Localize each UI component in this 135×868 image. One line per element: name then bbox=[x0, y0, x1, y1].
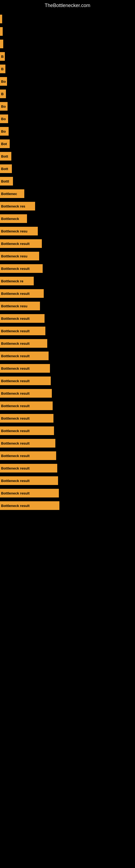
bar-row: B bbox=[0, 89, 135, 99]
bar-row: Bot bbox=[0, 138, 135, 149]
result-bar: Bottleneck result bbox=[0, 452, 56, 460]
bar-row: Bottleneck result bbox=[0, 376, 135, 386]
bar-row bbox=[0, 39, 135, 49]
bar-row: Bottleneck result bbox=[0, 363, 135, 373]
bar-row: Bo bbox=[0, 101, 135, 112]
result-bar: Bottleneck result bbox=[0, 401, 53, 410]
bar-row: Bott bbox=[0, 163, 135, 174]
result-bar: Bo bbox=[0, 77, 7, 86]
result-bar: Bottleneck result bbox=[0, 364, 50, 373]
result-bar: Bo bbox=[0, 127, 9, 135]
bar-row: Bottleneck result bbox=[0, 388, 135, 399]
result-bar bbox=[0, 27, 3, 36]
result-bar: Bo bbox=[0, 102, 8, 111]
bar-row: Bottleneck resu bbox=[0, 251, 135, 261]
result-bar: Bottleneck result bbox=[0, 239, 42, 248]
bar-row: Bottleneck result bbox=[0, 326, 135, 336]
bar-row: B bbox=[0, 64, 135, 74]
result-bar: Bottleneck result bbox=[0, 339, 47, 348]
bar-row: Bottlenec bbox=[0, 188, 135, 199]
result-bar bbox=[0, 40, 3, 48]
result-bar: Bottleneck resu bbox=[0, 227, 38, 236]
result-bar: Bottleneck result bbox=[0, 426, 54, 435]
bar-row: Bottleneck res bbox=[0, 201, 135, 211]
bar-row: Bottleneck result bbox=[0, 438, 135, 448]
result-bar: Bottleneck result bbox=[0, 314, 45, 323]
result-bar: B bbox=[0, 90, 6, 98]
result-bar: Bottleneck result bbox=[0, 327, 45, 335]
result-bar: Bottleneck res bbox=[0, 202, 35, 211]
result-bar: Bottleneck result bbox=[0, 389, 52, 398]
bar-row: Bottleneck result bbox=[0, 500, 135, 511]
bar-row: Bottleneck re bbox=[0, 276, 135, 286]
bar-row: Bottleneck result bbox=[0, 264, 135, 274]
bar-row: Bo bbox=[0, 114, 135, 124]
result-bar: Bottleneck result bbox=[0, 439, 55, 447]
result-bar: B bbox=[0, 65, 5, 73]
bar-row: Bottleneck result bbox=[0, 351, 135, 361]
bar-row: Bottleneck result bbox=[0, 463, 135, 473]
bar-row: Bottleneck result bbox=[0, 288, 135, 299]
result-bar: Bottleneck result bbox=[0, 351, 49, 360]
result-bar: Bottleneck resu bbox=[0, 302, 40, 310]
result-bar: Bottleneck result bbox=[0, 414, 53, 423]
bar-row: B bbox=[0, 51, 135, 62]
bar-row: Bottleneck result bbox=[0, 451, 135, 461]
bar-row bbox=[0, 14, 135, 24]
result-bar: Bottl bbox=[0, 177, 13, 186]
result-bar: B bbox=[0, 52, 5, 61]
result-bar: Bottleneck result bbox=[0, 464, 57, 472]
result-bar: Bott bbox=[0, 152, 11, 161]
result-bar: Bottleneck re bbox=[0, 277, 34, 285]
bar-row: Bottleneck bbox=[0, 214, 135, 224]
result-bar: Bottleneck bbox=[0, 214, 27, 223]
bar-row: Bott bbox=[0, 151, 135, 161]
result-bar: Bottleneck result bbox=[0, 489, 59, 497]
result-bar: Bot bbox=[0, 140, 10, 148]
result-bar: Bottleneck result bbox=[0, 376, 51, 385]
bar-row: Bottleneck resu bbox=[0, 301, 135, 311]
result-bar: Bo bbox=[0, 115, 8, 123]
bar-row: Bo bbox=[0, 126, 135, 136]
result-bar: Bottleneck result bbox=[0, 501, 59, 510]
bar-row: Bottleneck result bbox=[0, 488, 135, 498]
bar-row: Bottleneck result bbox=[0, 475, 135, 486]
bar-row: Bottleneck resu bbox=[0, 226, 135, 236]
result-bar: Bott bbox=[0, 164, 12, 173]
result-bar: Bottleneck result bbox=[0, 289, 44, 298]
bar-row: Bottleneck result bbox=[0, 338, 135, 348]
result-bar bbox=[0, 14, 2, 23]
bar-row: Bottleneck result bbox=[0, 313, 135, 323]
bars-container: BBBoBBoBoBoBotBottBottBottlBottlenecBott… bbox=[0, 12, 135, 513]
site-title: TheBottlenecker.com bbox=[0, 0, 135, 12]
bar-row bbox=[0, 26, 135, 37]
bar-row: Bottleneck result bbox=[0, 401, 135, 411]
bar-row: Bo bbox=[0, 76, 135, 87]
bar-row: Bottleneck result bbox=[0, 413, 135, 424]
result-bar: Bottlenec bbox=[0, 189, 24, 198]
result-bar: Bottleneck result bbox=[0, 264, 43, 273]
bar-row: Bottleneck result bbox=[0, 426, 135, 436]
result-bar: Bottleneck result bbox=[0, 476, 58, 485]
bar-row: Bottl bbox=[0, 176, 135, 186]
bar-row: Bottleneck result bbox=[0, 239, 135, 249]
result-bar: Bottleneck resu bbox=[0, 252, 39, 260]
